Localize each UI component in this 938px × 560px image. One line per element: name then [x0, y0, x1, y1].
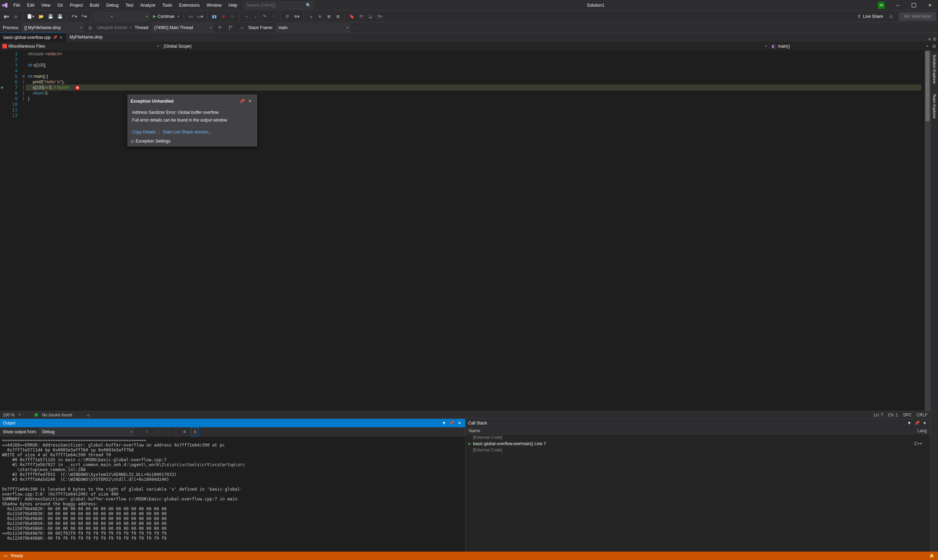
callstack-rows[interactable]: [External Code]➤basic-global-overflow.ex… — [466, 434, 931, 552]
out-icon-5[interactable]: ⎙ — [191, 428, 198, 436]
menu-analyze[interactable]: Analyze — [137, 1, 159, 10]
menu-test[interactable]: Test — [122, 1, 137, 10]
menu-tools[interactable]: Tools — [159, 1, 175, 10]
menu-view[interactable]: View — [38, 1, 54, 10]
out-icon-4[interactable]: ≡ — [180, 428, 188, 436]
panel-pin-icon[interactable]: 📌 — [914, 421, 920, 426]
callstack-header[interactable]: Name Lang — [466, 427, 931, 434]
redo-button[interactable]: ↷▾ — [80, 12, 88, 21]
tab-secondary-file[interactable]: MyFileName.dmp — [66, 32, 106, 42]
tb-icon-f[interactable]: ≣ — [334, 12, 342, 21]
output-source-dropdown[interactable]: Debug — [40, 428, 134, 436]
thread-icon-2[interactable]: 🏴 — [227, 23, 235, 32]
fold-gutter[interactable]: ⊟││││ — [21, 51, 26, 411]
side-tab-solution-explorer[interactable]: Solution Explorer — [932, 52, 937, 86]
zoom-level[interactable]: 100 % — [3, 412, 15, 417]
tab-active-file[interactable]: basic-global-overflow.cpp 📌 ✕ — [0, 32, 66, 42]
indent-indicator[interactable]: SPC — [903, 412, 912, 417]
menu-help[interactable]: Help — [225, 1, 241, 10]
menu-git[interactable]: Git — [54, 1, 66, 10]
output-text-area[interactable]: ========================================… — [0, 436, 465, 552]
restart-icon[interactable]: ↻ — [229, 12, 237, 21]
new-item-button[interactable]: 📑▾ — [26, 12, 36, 21]
show-next-icon[interactable]: → — [242, 12, 250, 21]
pin-icon[interactable]: 📌 — [238, 97, 246, 105]
h-scroll-left-icon[interactable]: ◀ — [86, 412, 89, 417]
nav-fwd-button[interactable]: ◉ — [12, 12, 20, 21]
thread-dropdown[interactable]: [74992] Main Thread — [152, 23, 214, 32]
panel-close-icon[interactable]: ✕ — [922, 421, 927, 426]
lifecycle-icon[interactable]: ▦ — [86, 23, 94, 32]
tab-settings-icon[interactable]: ⚙ — [933, 37, 936, 42]
resize-grip-icon[interactable]: ⋰ — [250, 138, 253, 144]
step-out-icon[interactable]: ↑ — [270, 12, 277, 21]
out-icon-2[interactable]: ⬚ — [154, 428, 161, 436]
panel-close-icon[interactable]: ✕ — [457, 421, 462, 426]
tab-close-icon[interactable]: ✕ — [59, 35, 63, 40]
close-icon[interactable]: ✕ — [246, 97, 254, 105]
side-tab-team-explorer[interactable]: Team Explorer — [932, 92, 937, 121]
tb-icon-b[interactable]: ≋▾ — [292, 12, 301, 21]
crumb-scope[interactable]: (Global Scope) — [161, 44, 769, 49]
callstack-row[interactable]: ➤basic-global-overflow.exe!main() Line 7… — [466, 441, 931, 447]
start-liveshare-link[interactable]: Start Live Share session... — [163, 129, 212, 134]
feedback-icon[interactable]: ☺ — [887, 12, 895, 21]
menu-build[interactable]: Build — [86, 1, 103, 10]
menu-edit[interactable]: Edit — [23, 1, 38, 10]
notifications-icon[interactable]: 🔔 — [929, 553, 935, 558]
maximize-button[interactable] — [906, 0, 922, 10]
crumb-project[interactable]: 🟥 Miscellaneous Files — [0, 44, 161, 49]
menu-extensions[interactable]: Extensions — [175, 1, 203, 10]
search-box[interactable]: 🔍 — [243, 2, 314, 9]
platform-dropdown[interactable] — [116, 12, 149, 21]
step-into-icon[interactable]: ↓ — [252, 12, 259, 21]
tb-icon-d[interactable]: ≡ — [316, 12, 324, 21]
config-dropdown[interactable] — [94, 12, 115, 21]
exception-settings-toggle[interactable]: ▷ Exception Settings — [131, 138, 171, 144]
bookmark-clear-icon[interactable]: ⬔▾ — [375, 12, 384, 21]
tb-icon-e[interactable]: ≣ — [325, 12, 333, 21]
pin-icon[interactable]: 📌 — [53, 35, 57, 39]
tb-icon-a[interactable]: ↺ — [283, 12, 291, 21]
tb-icon-2[interactable]: ▭▾ — [196, 12, 205, 21]
step-over-icon[interactable]: ↷ — [261, 12, 268, 21]
crumb-function[interactable]: ◧ main() — [769, 44, 930, 49]
code-editor[interactable]: ➤ 123456789101112 ⊟││││ #include <stdio.… — [0, 51, 930, 411]
menu-debug[interactable]: Debug — [103, 1, 122, 10]
menu-file[interactable]: File — [10, 1, 23, 10]
bookmark-next-icon[interactable]: ⬓ — [366, 12, 374, 21]
stackframe-dropdown[interactable]: main — [276, 23, 350, 32]
bookmark-icon[interactable]: 🔖 — [348, 12, 356, 21]
menu-window[interactable]: Window — [203, 1, 225, 10]
continue-button[interactable]: ▶ Continue — [151, 12, 181, 21]
save-all-icon[interactable]: 💾 — [56, 12, 64, 21]
search-input[interactable] — [246, 3, 302, 8]
eol-indicator[interactable]: CRLF — [916, 412, 927, 417]
split-editor-icon[interactable]: ⊞ — [930, 44, 938, 49]
undo-button[interactable]: ↶▾ — [70, 12, 78, 21]
nav-back-button[interactable]: ◉▾ — [2, 12, 11, 21]
open-icon[interactable]: 📂 — [37, 12, 45, 21]
panel-dropdown-icon[interactable]: ▼ — [906, 421, 912, 426]
bookmark-prev-icon[interactable]: ⬒ — [357, 12, 365, 21]
tab-overflow-icon[interactable]: ▾ — [929, 37, 931, 42]
thread-icon-3[interactable]: ⇉ — [238, 23, 246, 32]
pause-icon[interactable]: ▮▮ — [211, 12, 218, 21]
out-icon-3[interactable]: ⬚ — [164, 428, 172, 436]
process-dropdown[interactable]: [] MyFileName.dmp — [22, 23, 84, 32]
panel-pin-icon[interactable]: 📌 — [449, 421, 455, 426]
editor-scrollbar[interactable] — [925, 51, 930, 411]
live-share-button[interactable]: ⇪ Live Share — [855, 14, 886, 19]
callstack-row[interactable]: [External Code] — [466, 434, 931, 441]
menu-project[interactable]: Project — [66, 1, 86, 10]
panel-dropdown-icon[interactable]: ▼ — [441, 421, 447, 426]
minimize-button[interactable]: ─ — [890, 0, 906, 10]
tb-icon-c[interactable]: ↘ — [307, 12, 315, 21]
callstack-row[interactable]: [External Code] — [466, 447, 931, 453]
close-window-button[interactable]: ✕ — [922, 0, 938, 10]
out-icon-1[interactable]: ⎘ — [143, 428, 151, 436]
save-icon[interactable]: 💾 — [46, 12, 55, 21]
stop-icon[interactable]: ■ — [220, 12, 227, 21]
copy-details-link[interactable]: Copy Details — [132, 129, 156, 134]
tb-icon-1[interactable]: ▭ — [187, 12, 194, 21]
